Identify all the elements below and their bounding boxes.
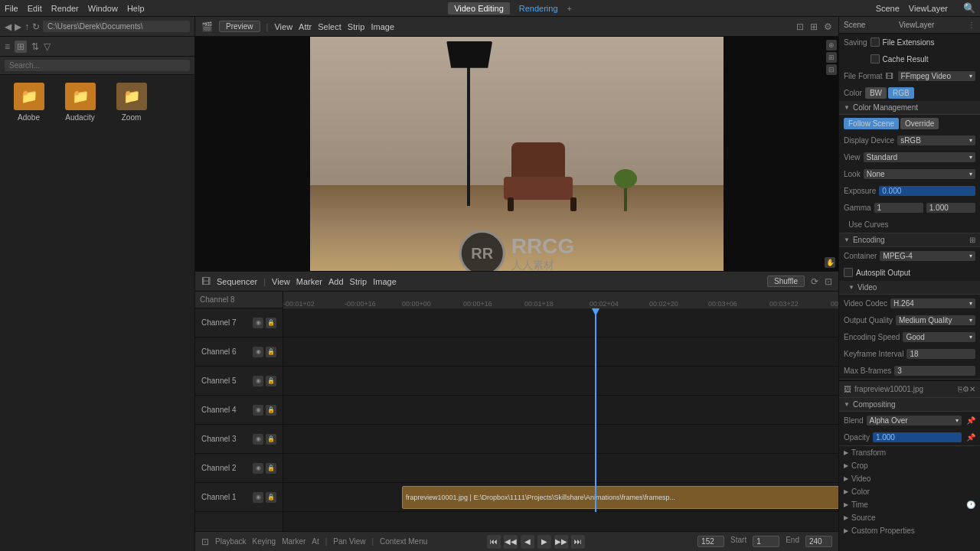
seq-close-icon[interactable]: ✕ xyxy=(969,385,975,393)
custom-props-section[interactable]: ▶ Custom Properties xyxy=(839,524,980,537)
menu-item-file[interactable]: File xyxy=(5,4,18,13)
attr-btn[interactable]: Attr xyxy=(299,22,312,31)
grid-overlay-icon[interactable]: ⊟ xyxy=(826,64,837,75)
gamma-value-1[interactable]: 1 xyxy=(874,203,923,213)
fb-up-icon[interactable]: ↑ xyxy=(24,21,29,32)
transform-section[interactable]: ▶ Transform xyxy=(839,446,980,459)
look-dropdown[interactable]: None xyxy=(864,169,975,179)
override-btn[interactable]: Override xyxy=(900,118,939,129)
scene-tab[interactable]: Scene xyxy=(844,21,865,29)
marker-label[interactable]: Marker xyxy=(282,537,305,546)
timeline-add-btn[interactable]: Add xyxy=(328,277,344,286)
seq-settings-icon[interactable]: ⚙ xyxy=(962,385,969,393)
image-btn-preview[interactable]: Image xyxy=(371,22,394,31)
time-section[interactable]: ▶ Time 🕐 xyxy=(839,498,980,511)
timeline-view-btn[interactable]: View xyxy=(272,277,290,286)
fb-search-input[interactable] xyxy=(5,60,190,71)
start-frame-input[interactable] xyxy=(753,536,779,547)
fb-back-icon[interactable]: ◀ xyxy=(5,21,11,32)
file-item-adobe[interactable]: 📁 Adobe xyxy=(8,83,50,122)
video-section[interactable]: ▶ Video xyxy=(839,472,980,485)
container-dropdown[interactable]: MPEG-4 xyxy=(880,251,975,261)
use-curves-label[interactable]: Use Curves xyxy=(848,220,888,229)
compositing-title[interactable]: ▼ Compositing xyxy=(839,398,980,412)
menu-item-help[interactable]: Help xyxy=(127,4,145,13)
menu-item-window[interactable]: Window xyxy=(88,4,118,13)
jump-start-btn[interactable]: ⏮ xyxy=(487,535,501,549)
gamma-value-2[interactable]: 1.000 xyxy=(926,203,975,213)
hand-icon[interactable]: ✋ xyxy=(825,257,835,268)
opacity-value[interactable]: 1.000 xyxy=(873,432,962,442)
file-item-audacity[interactable]: 📁 Audacity xyxy=(59,83,101,122)
crop-section[interactable]: ▶ Crop xyxy=(839,459,980,472)
blend-dropdown[interactable]: Alpha Over xyxy=(867,416,962,425)
mode-plus[interactable]: + xyxy=(567,4,572,13)
view-dropdown-cm[interactable]: Standard xyxy=(864,152,976,162)
timeline-strip-btn[interactable]: Strip xyxy=(350,277,368,286)
bw-btn[interactable]: BW xyxy=(865,87,887,99)
timeline-tracks[interactable]: -00:01+02 -00:00+16 00:00+00 00:00+16 00… xyxy=(283,292,838,531)
play-btn[interactable]: ▶ xyxy=(537,535,551,549)
source-section[interactable]: ▶ Source xyxy=(839,511,980,524)
ch7-lock-icon[interactable]: 🔒 xyxy=(266,318,276,328)
fb-grid-icon[interactable]: ⊞ xyxy=(15,41,27,53)
rp-more-icon[interactable]: ⋮ xyxy=(968,21,975,29)
render-icon[interactable]: ⊡ xyxy=(796,21,804,32)
view-btn[interactable]: View xyxy=(274,22,292,31)
context-menu-label[interactable]: Context Menu xyxy=(380,537,427,546)
pan-view-label[interactable]: Pan View xyxy=(333,537,365,546)
end-frame-input[interactable] xyxy=(805,536,832,547)
fb-sort-icon[interactable]: ⇅ xyxy=(31,41,39,52)
output-quality-dropdown[interactable]: Medium Quality xyxy=(896,315,975,325)
timeline-marker-btn[interactable]: Marker xyxy=(296,277,322,286)
back-btn[interactable]: ◀ xyxy=(521,535,534,549)
autosplit-check[interactable] xyxy=(844,268,853,277)
fb-refresh-icon[interactable]: ↻ xyxy=(32,21,40,32)
ch7-eye-icon[interactable]: ◉ xyxy=(253,318,263,328)
preview-btn[interactable]: Preview xyxy=(219,21,260,32)
jump-end-btn[interactable]: ⏭ xyxy=(571,535,585,549)
encoding-speed-dropdown[interactable]: Good xyxy=(903,332,975,342)
ch1-lock-icon[interactable]: 🔒 xyxy=(266,492,276,503)
encoding-title[interactable]: ▼ Encoding ⊞ xyxy=(839,233,980,247)
rgb-btn[interactable]: RGB xyxy=(888,87,914,99)
mode-video-editing[interactable]: Video Editing xyxy=(448,2,510,15)
ch4-lock-icon[interactable]: 🔒 xyxy=(266,405,276,416)
video-codec-dropdown[interactable]: H.264 xyxy=(890,298,975,308)
menu-item-render[interactable]: Render xyxy=(51,4,79,13)
ch3-lock-icon[interactable]: 🔒 xyxy=(266,434,276,445)
ch5-lock-icon[interactable]: 🔒 xyxy=(266,376,276,386)
cache-result-check[interactable] xyxy=(871,54,880,64)
file-format-dropdown[interactable]: FFmpeg Video xyxy=(898,71,975,81)
ch6-lock-icon[interactable]: 🔒 xyxy=(266,347,276,357)
opacity-pin-icon[interactable]: 📌 xyxy=(966,433,975,442)
menu-item-edit[interactable]: Edit xyxy=(28,4,42,13)
next-frame-btn[interactable]: ▶▶ xyxy=(554,535,568,549)
ch1-eye-icon[interactable]: ◉ xyxy=(253,492,263,503)
fit-icon[interactable]: ⊞ xyxy=(826,52,837,63)
keying-label[interactable]: Keying xyxy=(253,537,276,546)
timeline-image-btn[interactable]: Image xyxy=(373,277,397,286)
prev-frame-btn[interactable]: ◀◀ xyxy=(504,535,518,549)
encoding-settings-icon[interactable]: ⊞ xyxy=(969,236,975,244)
fb-filter-icon[interactable]: ▽ xyxy=(44,41,51,52)
track-clip-1[interactable]: frapreview10001.jpg | E:\Dropbox\1111\Pr… xyxy=(402,486,838,509)
frame-icon[interactable]: ⊡ xyxy=(825,276,832,287)
video-subtitle[interactable]: ▼ Video xyxy=(839,281,980,295)
current-frame-input[interactable] xyxy=(697,536,724,547)
display-icon[interactable]: ⊞ xyxy=(810,21,818,32)
ch5-eye-icon[interactable]: ◉ xyxy=(253,376,263,386)
max-bframes-value[interactable]: 3 xyxy=(894,366,975,376)
file-extensions-check[interactable] xyxy=(871,37,880,47)
zoom-icon[interactable]: ⊕ xyxy=(826,40,837,51)
fb-list-icon[interactable]: ≡ xyxy=(5,41,10,52)
display-device-dropdown[interactable]: sRGB xyxy=(897,135,975,145)
settings-icon-preview[interactable]: ⚙ xyxy=(824,21,832,32)
sync-icon[interactable]: ⟳ xyxy=(811,276,818,287)
search-icon[interactable]: 🔍 xyxy=(963,2,975,14)
ch4-eye-icon[interactable]: ◉ xyxy=(253,405,263,416)
viewlayer-tab[interactable]: ViewLayer xyxy=(899,21,935,29)
playback-label[interactable]: Playback xyxy=(215,537,247,546)
select-btn-preview[interactable]: Select xyxy=(318,22,341,31)
keyframe-interval-value[interactable]: 18 xyxy=(906,349,975,359)
